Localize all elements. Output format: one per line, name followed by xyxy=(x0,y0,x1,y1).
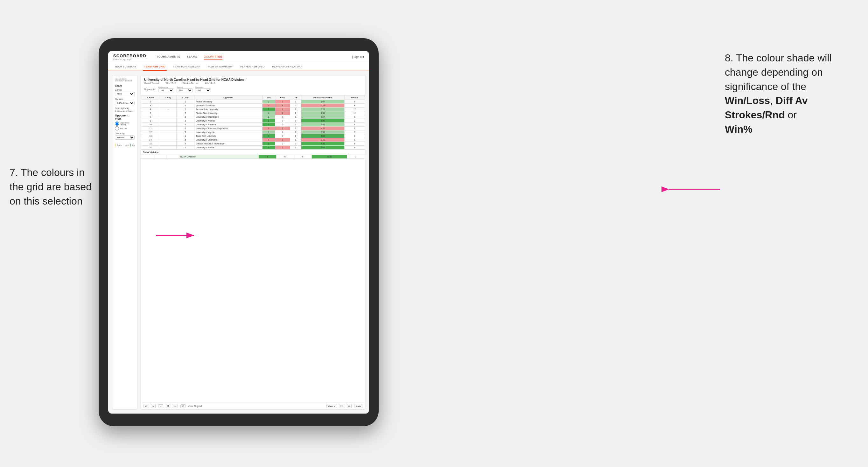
nav-tournaments[interactable]: TOURNAMENTS xyxy=(157,54,180,60)
subnav-team-h2h-grid[interactable]: TEAM H2H GRID xyxy=(143,63,167,71)
sidebar-division-select[interactable]: NCAA Division I xyxy=(115,101,134,105)
subnav-player-h2h-heatmap[interactable]: PLAYER H2H HEATMAP xyxy=(271,63,304,71)
conference-select[interactable]: (All) xyxy=(158,88,174,92)
cell-rounds: 3 xyxy=(344,115,365,119)
overall-record: 89 - 17 - 0 xyxy=(166,82,176,84)
cell-opponent: University of Oklahoma xyxy=(194,138,262,142)
subnav-player-h2h-grid[interactable]: PLAYER H2H GRID xyxy=(239,63,266,71)
sidebar-gender-select[interactable]: Men's xyxy=(115,92,134,96)
sidebar-gender-label: Gender xyxy=(115,89,134,91)
logo-text: SCOREBOARD xyxy=(113,54,146,58)
arrow-right xyxy=(666,177,723,202)
cell-opponent: University of Arkansas, Fayetteville xyxy=(194,127,262,130)
cell-loss: 1 xyxy=(275,127,290,130)
cell-diff: 3.67 xyxy=(301,115,344,119)
col-tie: Tie xyxy=(290,95,301,100)
toolbar-copy[interactable]: ⧉ xyxy=(166,404,170,408)
cell-reg xyxy=(160,123,176,127)
legend-level-dot xyxy=(123,144,123,147)
toolbar-undo[interactable]: ↩ xyxy=(144,404,148,408)
cell-rank: 4 xyxy=(141,107,160,111)
sidebar-colour-by-select[interactable]: Win/loss xyxy=(115,135,134,139)
cell-loss: 0 xyxy=(275,119,290,123)
col-rounds: Rounds xyxy=(344,95,365,100)
subnav-player-summary[interactable]: PLAYER SUMMARY xyxy=(207,63,234,71)
cell-opponent: Texas Tech University xyxy=(194,134,262,138)
logo-area: SCOREBOARD Powered by clippd xyxy=(113,54,146,60)
table-row: 8 2 University of Washington 1 0 0 3.67 … xyxy=(141,115,365,119)
sidebar-radio-opponents[interactable]: Opponents Played xyxy=(115,122,134,126)
grid-title: University of North Carolina Head-to-Hea… xyxy=(144,78,362,82)
cell-opponent: Vanderbilt University xyxy=(194,104,262,107)
cell-win: 3 xyxy=(262,123,275,127)
cell-rank: 3 xyxy=(141,104,160,107)
div2-reg xyxy=(154,155,166,159)
cell-loss: 4 xyxy=(275,104,290,107)
cell-tie: 0 xyxy=(290,119,301,123)
cell-opponent: Georgia Institute of Technology xyxy=(194,142,262,146)
cell-diff: 2.33 xyxy=(301,130,344,134)
col-rank: # Rank xyxy=(141,95,160,100)
out-of-division-label: Out of division xyxy=(141,150,365,155)
table-row: 14 5 University of Oklahoma 0 1 0 -1.00 … xyxy=(141,138,365,142)
subnav-team-h2h-heatmap[interactable]: TEAM H2H HEATMAP xyxy=(172,63,202,71)
cell-conf: 2 xyxy=(176,115,194,119)
nav-committee[interactable]: COMMITTEE xyxy=(204,54,222,60)
opponent-select[interactable]: (All) xyxy=(195,88,211,92)
sidebar-radio-top100[interactable]: Top 100 xyxy=(115,126,134,130)
cell-rounds: 3 xyxy=(344,130,365,134)
division2-row: NCAA Division II 1 0 0 26.00 3 xyxy=(141,155,365,159)
toolbar-redo[interactable]: ↪ xyxy=(151,404,156,408)
cell-rank: 13 xyxy=(141,134,160,138)
col-loss: Loss xyxy=(275,95,290,100)
cell-rank: 16 xyxy=(141,146,160,150)
logo-sub: Powered by clippd xyxy=(113,58,146,60)
cell-rounds: 9 xyxy=(344,134,365,138)
annotation-left: 7. The colours in the grid are based on … xyxy=(9,165,99,208)
cell-rounds: 8 xyxy=(344,104,365,107)
cell-conf: 3 xyxy=(176,119,194,123)
toolbar-comment[interactable]: 💬 xyxy=(339,404,344,408)
cell-loss: 0 xyxy=(275,115,290,119)
cell-opponent: University of Washington xyxy=(194,115,262,119)
div2-diff: 26.00 xyxy=(311,155,347,159)
toolbar-share[interactable]: Share xyxy=(354,404,363,408)
cell-diff: 9.00 xyxy=(301,119,344,123)
nav-teams[interactable]: TEAMS xyxy=(187,54,197,60)
cell-rank: 10 xyxy=(141,123,160,127)
cell-reg xyxy=(160,134,176,138)
cell-diff: 4.50 xyxy=(301,142,344,146)
cell-tie: 0 xyxy=(290,127,301,130)
toolbar-present[interactable]: ⊞ xyxy=(347,404,351,408)
cell-rank: 8 xyxy=(141,115,160,119)
region-select[interactable]: (All) xyxy=(177,88,192,92)
table-row: 3 2 Vanderbilt University 0 4 0 -2.29 8 xyxy=(141,104,365,107)
subnav-team-summary[interactable]: TEAM SUMMARY xyxy=(113,63,138,71)
div2-loss: 0 xyxy=(276,155,294,159)
sub-nav: TEAM SUMMARY TEAM H2H GRID TEAM H2H HEAT… xyxy=(108,63,369,71)
cell-loss: 0 xyxy=(275,142,290,146)
cell-loss: 0 xyxy=(275,123,290,127)
toolbar-back[interactable]: ← xyxy=(158,404,163,408)
cell-tie: 0 xyxy=(290,107,301,111)
cell-conf: 1 xyxy=(176,100,194,104)
cell-diff: 2.61 xyxy=(301,123,344,127)
sign-out[interactable]: | Sign out xyxy=(352,55,364,59)
toolbar-bottom: ↩ ↪ ← ⧉ ⋯ ⏱ View: Original Watch ▾ 💬 ⊞ S… xyxy=(141,402,365,409)
cell-rounds: 3 xyxy=(344,127,365,130)
tablet-frame: SCOREBOARD Powered by clippd TOURNAMENTS… xyxy=(99,38,379,426)
sidebar-opponent-view-label: Opponent View xyxy=(115,114,134,120)
cell-conf: 2 xyxy=(176,104,194,107)
cell-conf: 3 xyxy=(176,130,194,134)
cell-tie: 0 xyxy=(290,100,301,104)
col-diff: Diff Av Strokes/Rnd xyxy=(301,95,344,100)
cell-rank: 9 xyxy=(141,119,160,123)
cell-conf: 2 xyxy=(176,111,194,115)
toolbar-more[interactable]: ⋯ xyxy=(173,404,178,408)
cell-rounds: 17 xyxy=(344,107,365,111)
toolbar-clock[interactable]: ⏱ xyxy=(180,404,186,408)
toolbar-right: Watch ▾ 💬 ⊞ Share xyxy=(327,404,363,408)
cell-win: 0 xyxy=(262,138,275,142)
cell-rounds: 9 xyxy=(344,100,365,104)
toolbar-watch[interactable]: Watch ▾ xyxy=(327,404,336,408)
